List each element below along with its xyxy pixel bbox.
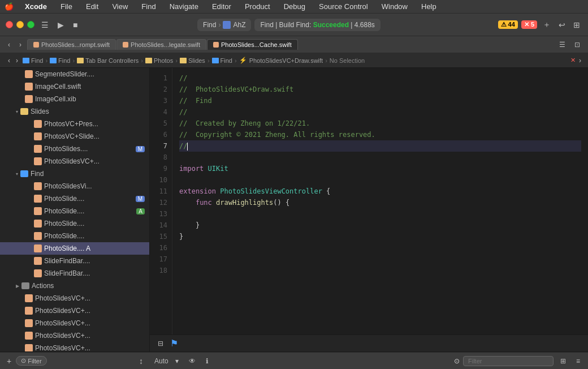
chevron-right-icon: › [218, 21, 220, 29]
breadcrumb-forward-button[interactable]: › [14, 57, 20, 65]
split-editor-button[interactable]: ⊡ [571, 39, 583, 50]
stop-button[interactable]: ■ [71, 18, 80, 32]
file-icon [213, 42, 219, 48]
sidebar-item-actions-1[interactable]: PhotoSlidesVC+... [0, 292, 149, 304]
minimize-button[interactable] [16, 21, 24, 28]
breadcrumb-file[interactable]: PhotoSlidesVC+Draw.swift [249, 57, 323, 64]
sidebar-item-imagecell-xib[interactable]: ImageCell.xib [0, 93, 149, 105]
sidebar-item-photoslide-a[interactable]: PhotoSlide.... A [0, 205, 149, 217]
breadcrumb-separator-3: › [141, 57, 143, 64]
sidebar-item-photoslidesvi[interactable]: PhotoSlidesVi... [0, 180, 149, 192]
debug-flag-icon[interactable]: ⚑ [170, 338, 178, 349]
code-line-13 [179, 208, 581, 220]
grid-view-button[interactable]: ⊞ [557, 355, 569, 367]
sidebar-label: Find [31, 170, 44, 178]
breadcrumb-error-icon[interactable]: ✕ [570, 57, 576, 65]
sidebar-label: PhotosVC+Pres... [44, 120, 98, 128]
menu-file[interactable]: File [58, 1, 75, 12]
preview-button[interactable]: 👁 [185, 355, 199, 367]
menu-editor[interactable]: Editor [210, 1, 234, 12]
sidebar-item-segmented[interactable]: SegmentedSlider.... [0, 68, 149, 80]
sidebar-item-photoslide-3[interactable]: PhotoSlide.... [0, 217, 149, 230]
close-button[interactable] [6, 21, 13, 28]
nav-arrows: ‹ › [6, 57, 20, 65]
sidebar-item-photosvc-slide[interactable]: PhotosVC+Slide... [0, 130, 149, 143]
auto-chevron-button[interactable]: ▾ [172, 355, 182, 367]
menu-product[interactable]: Product [243, 1, 273, 12]
menu-view[interactable]: View [110, 1, 130, 12]
breadcrumb-find-2[interactable]: Find [50, 57, 70, 64]
code-line-18 [179, 265, 581, 276]
list-view-button[interactable]: ≡ [573, 355, 583, 367]
file-tab-2[interactable]: PhotoSlides...Cache.swift [207, 39, 298, 50]
menu-source-control[interactable]: Source Control [317, 1, 370, 12]
menu-edit[interactable]: Edit [84, 1, 101, 12]
info-button[interactable]: ℹ [202, 355, 212, 367]
settings-button[interactable]: ↕ [137, 355, 145, 367]
breadcrumb-photos[interactable]: Photos [145, 57, 173, 64]
nav-back-button[interactable]: ‹ [5, 39, 14, 50]
sidebar-item-slidefindbar-2[interactable]: SlideFindBar.... [0, 267, 149, 280]
sidebar-item-actions-5[interactable]: PhotoSlidesVC+... [0, 342, 149, 351]
filter-input[interactable] [463, 356, 554, 366]
filter-tag[interactable]: ⊙ Filter [16, 356, 46, 366]
file-icon [34, 269, 42, 277]
sidebar-item-actions-4[interactable]: PhotoSlidesVC+... [0, 329, 149, 342]
breadcrumb-nav: ‹ › Find › Find › Tab Bar Controllers › … [0, 53, 588, 68]
sidebar-item-photoslide-m[interactable]: PhotoSlide.... M [0, 192, 149, 205]
layout-toggle-button[interactable]: ⊞ [571, 18, 582, 32]
menu-xcode[interactable]: Xcode [23, 1, 49, 12]
maximize-button[interactable] [27, 21, 34, 28]
sidebar-item-slidefindbar-1[interactable]: SlideFindBar.... [0, 255, 149, 267]
sidebar-item-photoslides-m[interactable]: PhotoSlides.... M [0, 143, 149, 155]
file-tab-0[interactable]: PhotoSlides...rompt.swift [27, 39, 116, 50]
sidebar-label: PhotoSlidesVC+... [35, 294, 90, 302]
sidebar-item-photoslide-4[interactable]: PhotoSlide.... [0, 230, 149, 242]
sidebar-item-actions-3[interactable]: PhotoSlidesVC+... [0, 317, 149, 329]
menu-navigate[interactable]: Navigate [167, 1, 201, 12]
line-num-5: 5 [150, 118, 172, 129]
code-content[interactable]: // // PhotoSlidesVC+Draw.swift // Find /… [172, 68, 588, 334]
file-tabs: PhotoSlides...rompt.swift PhotoSlides...… [27, 39, 554, 50]
sidebar-label: PhotoSlidesVi... [44, 182, 92, 190]
add-file-button[interactable]: + [5, 355, 14, 367]
bottom-right: ⊙ ⊞ ≡ [454, 355, 583, 367]
menu-find[interactable]: Find [139, 1, 158, 12]
sidebar-item-imagecell-swift[interactable]: ImageCell.swift [0, 80, 149, 93]
menu-help[interactable]: Help [419, 1, 439, 12]
sidebar-item-photoslide-active[interactable]: PhotoSlide.... A [0, 242, 149, 255]
sidebar-label: ImageCell.swift [35, 83, 81, 91]
debug-split-button[interactable]: ⊟ [154, 338, 167, 349]
tab-list-button[interactable]: ☰ [556, 39, 569, 50]
breadcrumb-find-folder[interactable]: Find [212, 57, 232, 64]
sidebar-item-slides-group[interactable]: ▾ Slides [0, 105, 149, 118]
sidebar-item-actions-group[interactable]: ▶ Actions [0, 280, 149, 292]
breadcrumb-back-button[interactable]: ‹ [6, 57, 12, 65]
file-tab-1[interactable]: PhotoSlides...legate.swift [116, 39, 206, 50]
add-button[interactable]: ＋ [541, 18, 553, 32]
menu-window[interactable]: Window [379, 1, 410, 12]
scheme-selector[interactable]: Find › AhZ [197, 19, 251, 31]
line-num-10: 10 [150, 174, 172, 186]
sidebar-item-photosvc-pres[interactable]: PhotosVC+Pres... [0, 118, 149, 130]
folder-icon [20, 170, 28, 177]
breadcrumb-find-1[interactable]: Find [23, 57, 43, 64]
nav-forward-button[interactable]: › [16, 39, 25, 50]
breadcrumb-slides[interactable]: Slides [180, 57, 205, 64]
return-icon[interactable]: ↩ [556, 18, 568, 32]
run-button[interactable]: ▶ [55, 18, 66, 32]
apple-menu[interactable]: 🍎 [5, 2, 14, 11]
file-icon [25, 307, 33, 315]
editor-area[interactable]: 1 2 3 4 5 6 7 8 9 10 11 12 13 14 [150, 68, 588, 334]
breadcrumb-tabbar[interactable]: Tab Bar Controllers [77, 57, 139, 64]
file-icon [25, 344, 33, 351]
sidebar-item-find-group[interactable]: ▾ Find [0, 168, 149, 180]
file-icon [123, 42, 128, 48]
menu-debug[interactable]: Debug [282, 1, 308, 12]
sidebar-item-photoslidesvc[interactable]: PhotoSlidesVC+... [0, 155, 149, 168]
breadcrumb-next-button[interactable]: › [578, 57, 582, 65]
breadcrumb-folder-icon [77, 58, 84, 63]
sidebar-toggle-button[interactable]: ☰ [39, 18, 51, 32]
group-icon [21, 282, 29, 289]
sidebar-item-actions-2[interactable]: PhotoSlidesVC+... [0, 304, 149, 317]
